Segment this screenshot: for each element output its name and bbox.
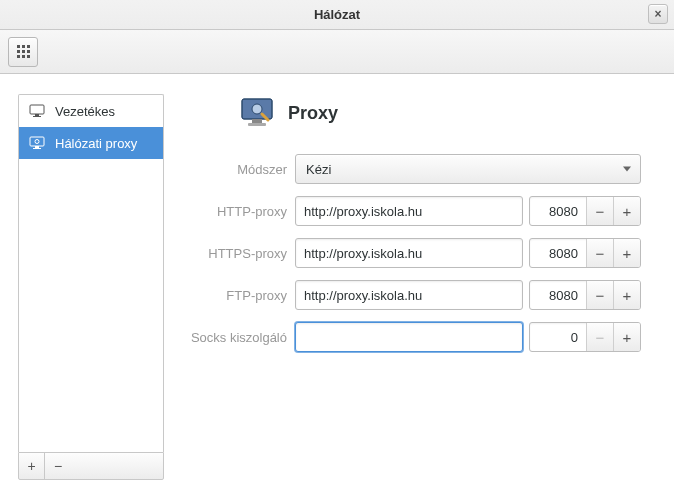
plus-icon: + — [623, 287, 632, 304]
http-host-input[interactable] — [295, 196, 523, 226]
plus-icon: + — [623, 329, 632, 346]
minus-icon: − — [54, 458, 62, 474]
sidebar-item-proxy[interactable]: Hálózati proxy — [19, 127, 163, 159]
apps-grid-icon — [17, 45, 30, 58]
titlebar: Hálózat × — [0, 0, 674, 30]
http-port-decrement[interactable]: − — [586, 197, 613, 225]
svg-rect-2 — [33, 116, 41, 117]
svg-rect-1 — [35, 114, 39, 116]
svg-rect-3 — [30, 137, 44, 146]
svg-rect-10 — [252, 119, 262, 123]
svg-point-4 — [35, 140, 39, 144]
label-method: Módszer — [174, 162, 289, 177]
toolbar — [0, 30, 674, 74]
https-port-spinner[interactable]: 8080 − + — [529, 238, 641, 268]
https-port-decrement[interactable]: − — [586, 239, 613, 267]
ftp-port-value[interactable]: 8080 — [530, 281, 586, 309]
ftp-port-decrement[interactable]: − — [586, 281, 613, 309]
label-ftp: FTP-proxy — [174, 288, 289, 303]
add-connection-button[interactable]: + — [19, 453, 45, 479]
https-port-value[interactable]: 8080 — [530, 239, 586, 267]
label-https: HTTPS-proxy — [174, 246, 289, 261]
svg-rect-11 — [248, 123, 266, 126]
socks-host-input[interactable] — [295, 322, 523, 352]
svg-rect-5 — [33, 148, 41, 149]
http-port-increment[interactable]: + — [613, 197, 640, 225]
plus-icon: + — [623, 245, 632, 262]
proxy-large-icon — [240, 96, 274, 130]
close-icon: × — [654, 7, 661, 21]
svg-rect-6 — [35, 146, 39, 148]
proxy-icon — [29, 135, 45, 151]
socks-port-decrement[interactable]: − — [586, 323, 613, 351]
svg-rect-0 — [30, 105, 44, 114]
sidebar-item-wired[interactable]: Vezetékes — [19, 95, 163, 127]
wired-network-icon — [29, 103, 45, 119]
https-host-input[interactable] — [295, 238, 523, 268]
sidebar-item-label: Hálózati proxy — [55, 136, 137, 151]
socks-port-value[interactable]: 0 — [530, 323, 586, 351]
method-combo[interactable]: Kézi — [295, 154, 641, 184]
window-title: Hálózat — [314, 7, 360, 22]
plus-icon: + — [27, 458, 35, 474]
minus-icon: − — [596, 329, 605, 346]
page-heading: Proxy — [240, 96, 656, 130]
plus-icon: + — [623, 203, 632, 220]
http-port-value[interactable]: 8080 — [530, 197, 586, 225]
proxy-form: Módszer Kézi HTTP-proxy 8080 − + HTTPS-p… — [174, 154, 656, 352]
page-title: Proxy — [288, 103, 338, 124]
connection-list: Vezetékes Hálózati proxy — [18, 94, 164, 452]
main-panel: Proxy Módszer Kézi HTTP-proxy 8080 − + H… — [164, 74, 674, 500]
applications-button[interactable] — [8, 37, 38, 67]
minus-icon: − — [596, 203, 605, 220]
label-socks: Socks kiszolgáló — [174, 330, 289, 345]
sidebar-footer: + − — [18, 452, 164, 480]
http-port-spinner[interactable]: 8080 − + — [529, 196, 641, 226]
socks-port-increment[interactable]: + — [613, 323, 640, 351]
svg-point-9 — [252, 104, 262, 114]
sidebar-column: Vezetékes Hálózati proxy + − — [0, 74, 164, 500]
method-combo-wrap: Kézi — [295, 154, 641, 184]
minus-icon: − — [596, 287, 605, 304]
window-close-button[interactable]: × — [648, 4, 668, 24]
minus-icon: − — [596, 245, 605, 262]
ftp-port-spinner[interactable]: 8080 − + — [529, 280, 641, 310]
ftp-host-input[interactable] — [295, 280, 523, 310]
remove-connection-button[interactable]: − — [45, 453, 71, 479]
ftp-port-increment[interactable]: + — [613, 281, 640, 309]
socks-port-spinner[interactable]: 0 − + — [529, 322, 641, 352]
https-port-increment[interactable]: + — [613, 239, 640, 267]
label-http: HTTP-proxy — [174, 204, 289, 219]
sidebar-item-label: Vezetékes — [55, 104, 115, 119]
